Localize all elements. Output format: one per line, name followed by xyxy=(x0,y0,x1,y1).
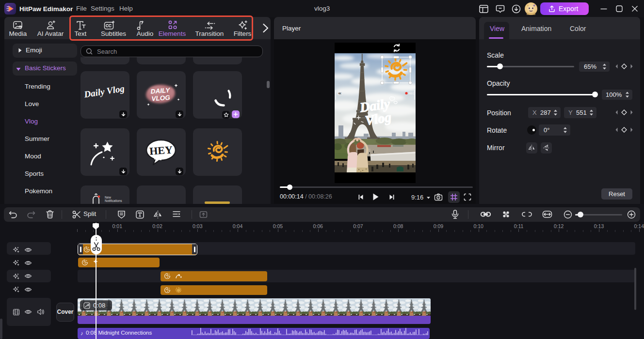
svg-text:REC: REC xyxy=(409,92,415,95)
svg-text:HEY: HEY xyxy=(149,143,173,157)
svg-text:VLOG: VLOG xyxy=(151,94,171,103)
svg-text:4K: 4K xyxy=(338,92,342,95)
svg-text:Daily Vlog: Daily Vlog xyxy=(83,83,125,100)
svg-text:♪: ♪ xyxy=(80,330,83,336)
